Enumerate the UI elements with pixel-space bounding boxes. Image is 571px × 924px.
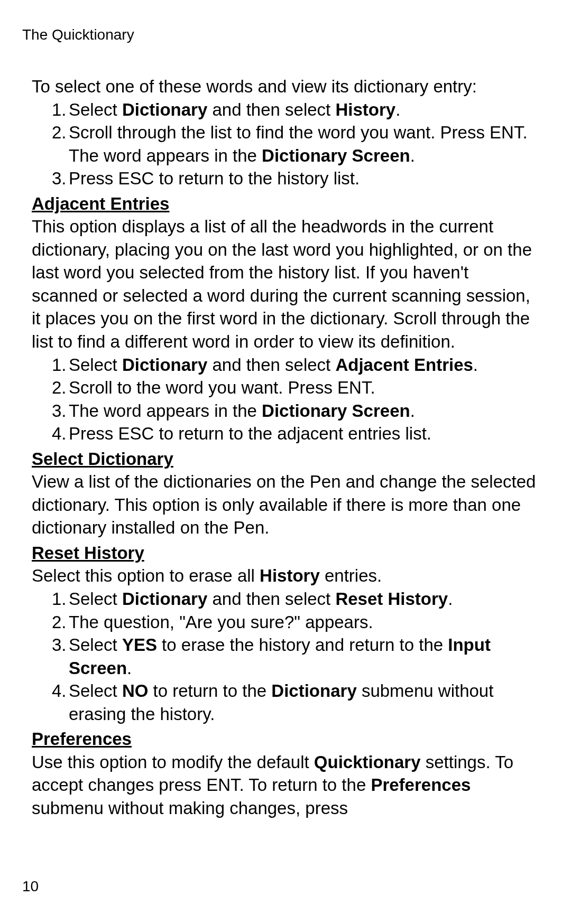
- text-fragment: Select: [69, 100, 122, 119]
- item-number: 2.: [32, 376, 69, 399]
- item-number: 3.: [32, 167, 69, 190]
- list-item: 4. Press ESC to return to the adjacent e…: [32, 422, 539, 445]
- page-number: 10: [22, 878, 39, 895]
- text-fragment: .: [410, 146, 415, 165]
- text-fragment: Select: [69, 355, 122, 375]
- item-body: Press ESC to return to the history list.: [69, 167, 539, 190]
- select-dictionary-paragraph: View a list of the dictionaries on the P…: [32, 470, 539, 539]
- bold-text: YES: [122, 635, 157, 655]
- item-number: 1.: [32, 98, 69, 122]
- bold-text: Dictionary Screen: [262, 401, 410, 421]
- heading-reset-history: Reset History: [32, 542, 539, 565]
- preferences-paragraph: Use this option to modify the default Qu…: [32, 751, 539, 820]
- reset-history-paragraph: Select this option to erase all History …: [32, 564, 539, 587]
- item-body: The question, "Are you sure?" appears.: [69, 611, 539, 634]
- item-body: Press ESC to return to the adjacent entr…: [69, 422, 539, 445]
- item-number: 4.: [32, 679, 69, 725]
- text-fragment: Select this option to erase all: [32, 566, 260, 585]
- list-item: 3. Select YES to erase the history and r…: [32, 633, 539, 679]
- item-number: 1.: [32, 353, 69, 377]
- text-fragment: .: [448, 589, 453, 609]
- item-body: The word appears in the Dictionary Scree…: [69, 399, 539, 423]
- bold-text: Reset History: [335, 589, 448, 609]
- bold-text: Dictionary: [122, 589, 207, 609]
- text-fragment: .: [473, 355, 478, 375]
- list-item: 2. Scroll through the list to find the w…: [32, 121, 539, 167]
- reset-history-steps-list: 1. Select Dictionary and then select Res…: [32, 587, 539, 725]
- list-item: 1. Select Dictionary and then select His…: [32, 98, 539, 122]
- text-fragment: .: [127, 658, 132, 678]
- item-number: 2.: [32, 611, 69, 634]
- list-item: 1. Select Dictionary and then select Adj…: [32, 353, 539, 377]
- list-item: 3. The word appears in the Dictionary Sc…: [32, 399, 539, 423]
- heading-adjacent-entries: Adjacent Entries: [32, 192, 539, 216]
- bold-text: Preferences: [371, 775, 471, 795]
- list-item: 2. Scroll to the word you want. Press EN…: [32, 376, 539, 399]
- item-number: 3.: [32, 399, 69, 423]
- item-body: Select NO to return to the Dictionary su…: [69, 679, 539, 725]
- text-fragment: Select: [69, 589, 122, 609]
- bold-text: Dictionary Screen: [262, 146, 410, 165]
- item-body: Select YES to erase the history and retu…: [69, 633, 539, 679]
- text-fragment: .: [395, 100, 400, 119]
- list-item: 1. Select Dictionary and then select Res…: [32, 587, 539, 611]
- item-body: Select Dictionary and then select Reset …: [69, 587, 539, 611]
- item-body: Scroll through the list to find the word…: [69, 121, 539, 167]
- heading-select-dictionary: Select Dictionary: [32, 447, 539, 471]
- bold-text: Dictionary: [122, 100, 207, 119]
- text-fragment: submenu without making changes, press: [32, 798, 348, 818]
- bold-text: Adjacent Entries: [335, 355, 473, 375]
- text-fragment: entries.: [320, 566, 382, 585]
- item-number: 2.: [32, 121, 69, 167]
- adjacent-entries-paragraph: This option displays a list of all the h…: [32, 215, 539, 353]
- item-body: Scroll to the word you want. Press ENT.: [69, 376, 539, 399]
- page: The Quicktionary To select one of these …: [0, 0, 571, 924]
- heading-preferences: Preferences: [32, 727, 539, 751]
- item-body: Select Dictionary and then select Histor…: [69, 98, 539, 122]
- text-fragment: Use this option to modify the default: [32, 752, 314, 772]
- history-steps-list: 1. Select Dictionary and then select His…: [32, 98, 539, 190]
- list-item: 4. Select NO to return to the Dictionary…: [32, 679, 539, 725]
- text-fragment: and then select: [207, 589, 335, 609]
- text-fragment: and then select: [207, 355, 335, 375]
- bold-text: NO: [122, 681, 149, 701]
- bold-text: History: [335, 100, 395, 119]
- item-number: 4.: [32, 422, 69, 445]
- text-fragment: to return to the: [148, 681, 271, 701]
- text-fragment: Select: [69, 681, 122, 701]
- adjacent-entries-steps-list: 1. Select Dictionary and then select Adj…: [32, 353, 539, 445]
- text-fragment: The word appears in the: [69, 401, 262, 421]
- text-fragment: .: [410, 401, 415, 421]
- list-item: 3. Press ESC to return to the history li…: [32, 167, 539, 190]
- body-content: To select one of these words and view it…: [32, 75, 539, 820]
- intro-paragraph: To select one of these words and view it…: [32, 75, 539, 98]
- bold-text: History: [260, 566, 320, 585]
- bold-text: Dictionary: [271, 681, 356, 701]
- running-header: The Quicktionary: [22, 26, 539, 43]
- item-number: 3.: [32, 633, 69, 679]
- text-fragment: Select: [69, 635, 122, 655]
- item-body: Select Dictionary and then select Adjace…: [69, 353, 539, 377]
- text-fragment: to erase the history and return to the: [157, 635, 448, 655]
- text-fragment: and then select: [207, 100, 335, 119]
- bold-text: Quicktionary: [314, 752, 421, 772]
- item-number: 1.: [32, 587, 69, 611]
- list-item: 2. The question, "Are you sure?" appears…: [32, 611, 539, 634]
- bold-text: Dictionary: [122, 355, 207, 375]
